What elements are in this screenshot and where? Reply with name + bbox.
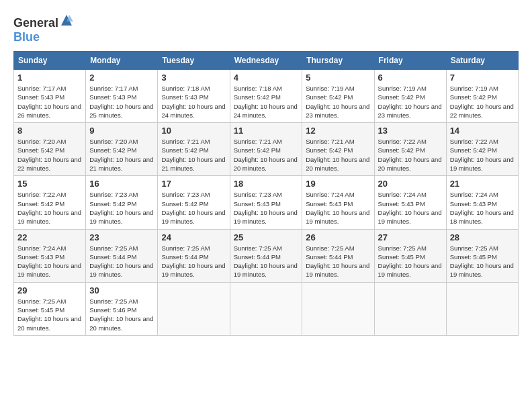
day-info: Sunrise: 7:25 AM Sunset: 5:45 PM Dayligh… — [17, 297, 82, 332]
calendar-cell: 22 Sunrise: 7:24 AM Sunset: 5:43 PM Dayl… — [14, 229, 86, 282]
calendar-cell: 17 Sunrise: 7:23 AM Sunset: 5:42 PM Dayl… — [158, 176, 230, 229]
calendar-cell: 23 Sunrise: 7:25 AM Sunset: 5:44 PM Dayl… — [86, 229, 158, 282]
week-row-1: 1 Sunrise: 7:17 AM Sunset: 5:43 PM Dayli… — [14, 70, 519, 123]
calendar-cell: 29 Sunrise: 7:25 AM Sunset: 5:45 PM Dayl… — [14, 282, 86, 335]
logo-text: General Blue — [13, 13, 73, 44]
calendar-cell: 24 Sunrise: 7:25 AM Sunset: 5:44 PM Dayl… — [158, 229, 230, 282]
day-info: Sunrise: 7:19 AM Sunset: 5:42 PM Dayligh… — [378, 84, 443, 120]
day-info: Sunrise: 7:17 AM Sunset: 5:43 PM Dayligh… — [17, 84, 82, 120]
calendar-cell: 27 Sunrise: 7:25 AM Sunset: 5:45 PM Dayl… — [374, 229, 446, 282]
weekday-header-row: SundayMondayTuesdayWednesdayThursdayFrid… — [14, 52, 519, 70]
weekday-header-wednesday: Wednesday — [230, 52, 302, 70]
day-number: 17 — [161, 179, 226, 189]
day-info: Sunrise: 7:21 AM Sunset: 5:42 PM Dayligh… — [234, 137, 299, 173]
week-row-3: 15 Sunrise: 7:22 AM Sunset: 5:42 PM Dayl… — [14, 176, 519, 229]
calendar-cell — [158, 282, 230, 335]
calendar-cell: 4 Sunrise: 7:18 AM Sunset: 5:42 PM Dayli… — [230, 70, 302, 123]
calendar-cell — [302, 282, 374, 335]
day-info: Sunrise: 7:25 AM Sunset: 5:45 PM Dayligh… — [450, 244, 515, 279]
weekday-header-friday: Friday — [374, 52, 446, 70]
calendar-cell — [230, 282, 302, 335]
day-number: 4 — [234, 73, 299, 83]
day-info: Sunrise: 7:22 AM Sunset: 5:42 PM Dayligh… — [17, 190, 82, 226]
week-row-4: 22 Sunrise: 7:24 AM Sunset: 5:43 PM Dayl… — [14, 229, 519, 282]
day-info: Sunrise: 7:20 AM Sunset: 5:42 PM Dayligh… — [17, 137, 82, 173]
day-info: Sunrise: 7:18 AM Sunset: 5:43 PM Dayligh… — [161, 84, 226, 120]
day-info: Sunrise: 7:23 AM Sunset: 5:43 PM Dayligh… — [234, 190, 299, 226]
day-number: 13 — [378, 126, 443, 136]
day-number: 9 — [89, 126, 154, 136]
day-number: 6 — [378, 73, 443, 83]
day-number: 29 — [17, 285, 82, 295]
week-row-5: 29 Sunrise: 7:25 AM Sunset: 5:45 PM Dayl… — [14, 282, 519, 335]
day-number: 23 — [89, 232, 154, 242]
day-number: 8 — [17, 126, 82, 136]
day-info: Sunrise: 7:25 AM Sunset: 5:44 PM Dayligh… — [234, 244, 299, 279]
weekday-header-tuesday: Tuesday — [158, 52, 230, 70]
calendar-cell: 15 Sunrise: 7:22 AM Sunset: 5:42 PM Dayl… — [14, 176, 86, 229]
day-info: Sunrise: 7:24 AM Sunset: 5:43 PM Dayligh… — [378, 190, 443, 226]
calendar-cell: 11 Sunrise: 7:21 AM Sunset: 5:42 PM Dayl… — [230, 123, 302, 176]
day-number: 26 — [306, 232, 370, 242]
logo-icon — [60, 13, 73, 27]
day-info: Sunrise: 7:25 AM Sunset: 5:44 PM Dayligh… — [89, 244, 154, 279]
weekday-header-sunday: Sunday — [14, 52, 86, 70]
day-info: Sunrise: 7:18 AM Sunset: 5:42 PM Dayligh… — [234, 84, 299, 120]
day-info: Sunrise: 7:23 AM Sunset: 5:42 PM Dayligh… — [89, 190, 154, 226]
header: General Blue — [13, 13, 519, 44]
day-number: 7 — [450, 73, 515, 83]
day-number: 12 — [306, 126, 370, 136]
day-number: 18 — [234, 179, 299, 189]
calendar-cell — [374, 282, 446, 335]
day-info: Sunrise: 7:25 AM Sunset: 5:45 PM Dayligh… — [378, 244, 443, 279]
day-number: 14 — [450, 126, 515, 136]
calendar-cell: 20 Sunrise: 7:24 AM Sunset: 5:43 PM Dayl… — [374, 176, 446, 229]
day-number: 22 — [17, 232, 82, 242]
calendar-cell: 12 Sunrise: 7:21 AM Sunset: 5:42 PM Dayl… — [302, 123, 374, 176]
day-number: 2 — [89, 73, 154, 83]
day-number: 25 — [234, 232, 299, 242]
day-info: Sunrise: 7:25 AM Sunset: 5:44 PM Dayligh… — [306, 244, 370, 279]
day-number: 30 — [89, 285, 154, 295]
day-number: 20 — [378, 179, 443, 189]
calendar-cell: 13 Sunrise: 7:22 AM Sunset: 5:42 PM Dayl… — [374, 123, 446, 176]
day-info: Sunrise: 7:19 AM Sunset: 5:42 PM Dayligh… — [450, 84, 515, 120]
calendar-cell: 19 Sunrise: 7:24 AM Sunset: 5:43 PM Dayl… — [302, 176, 374, 229]
day-number: 5 — [306, 73, 370, 83]
day-info: Sunrise: 7:25 AM Sunset: 5:46 PM Dayligh… — [89, 297, 154, 332]
calendar-cell: 3 Sunrise: 7:18 AM Sunset: 5:43 PM Dayli… — [158, 70, 230, 123]
calendar-cell: 6 Sunrise: 7:19 AM Sunset: 5:42 PM Dayli… — [374, 70, 446, 123]
day-number: 15 — [17, 179, 82, 189]
day-info: Sunrise: 7:17 AM Sunset: 5:43 PM Dayligh… — [89, 84, 154, 120]
logo-blue: Blue — [13, 30, 40, 44]
day-number: 19 — [306, 179, 370, 189]
calendar-cell: 7 Sunrise: 7:19 AM Sunset: 5:42 PM Dayli… — [446, 70, 518, 123]
day-info: Sunrise: 7:21 AM Sunset: 5:42 PM Dayligh… — [306, 137, 370, 173]
calendar-cell: 28 Sunrise: 7:25 AM Sunset: 5:45 PM Dayl… — [446, 229, 518, 282]
day-number: 16 — [89, 179, 154, 189]
day-info: Sunrise: 7:24 AM Sunset: 5:43 PM Dayligh… — [17, 244, 82, 279]
calendar-cell: 16 Sunrise: 7:23 AM Sunset: 5:42 PM Dayl… — [86, 176, 158, 229]
day-info: Sunrise: 7:24 AM Sunset: 5:43 PM Dayligh… — [450, 190, 515, 226]
calendar-cell: 30 Sunrise: 7:25 AM Sunset: 5:46 PM Dayl… — [86, 282, 158, 335]
week-row-2: 8 Sunrise: 7:20 AM Sunset: 5:42 PM Dayli… — [14, 123, 519, 176]
calendar-cell: 18 Sunrise: 7:23 AM Sunset: 5:43 PM Dayl… — [230, 176, 302, 229]
day-info: Sunrise: 7:20 AM Sunset: 5:42 PM Dayligh… — [89, 137, 154, 173]
day-number: 28 — [450, 232, 515, 242]
day-number: 24 — [161, 232, 226, 242]
weekday-header-thursday: Thursday — [302, 52, 374, 70]
calendar-cell: 2 Sunrise: 7:17 AM Sunset: 5:43 PM Dayli… — [86, 70, 158, 123]
logo-general: General — [13, 16, 58, 30]
calendar-cell: 8 Sunrise: 7:20 AM Sunset: 5:42 PM Dayli… — [14, 123, 86, 176]
calendar-cell: 5 Sunrise: 7:19 AM Sunset: 5:42 PM Dayli… — [302, 70, 374, 123]
day-info: Sunrise: 7:19 AM Sunset: 5:42 PM Dayligh… — [306, 84, 370, 120]
day-info: Sunrise: 7:22 AM Sunset: 5:42 PM Dayligh… — [450, 137, 515, 173]
calendar-cell: 21 Sunrise: 7:24 AM Sunset: 5:43 PM Dayl… — [446, 176, 518, 229]
day-number: 21 — [450, 179, 515, 189]
day-info: Sunrise: 7:23 AM Sunset: 5:42 PM Dayligh… — [161, 190, 226, 226]
day-number: 10 — [161, 126, 226, 136]
day-number: 3 — [161, 73, 226, 83]
day-info: Sunrise: 7:25 AM Sunset: 5:44 PM Dayligh… — [161, 244, 226, 279]
day-number: 11 — [234, 126, 299, 136]
day-info: Sunrise: 7:22 AM Sunset: 5:42 PM Dayligh… — [378, 137, 443, 173]
